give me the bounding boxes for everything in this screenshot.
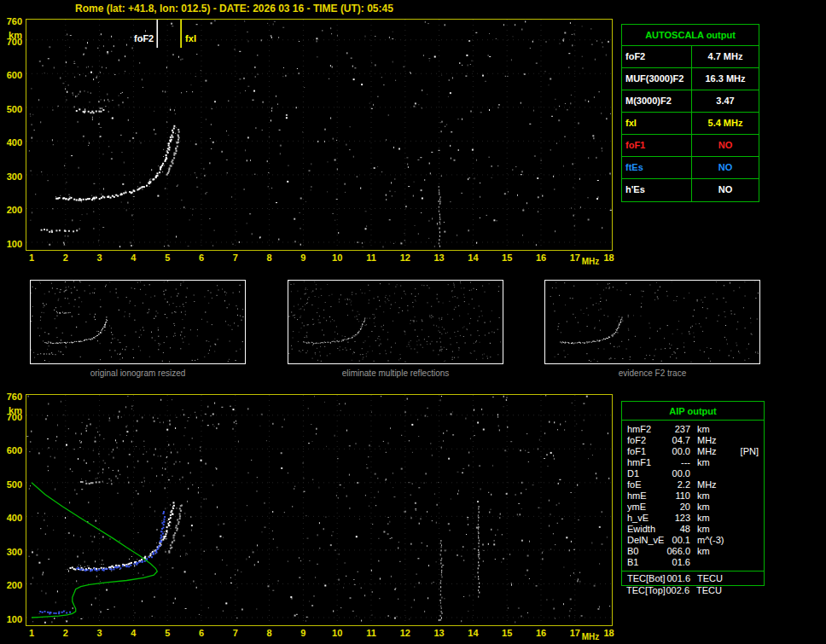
aip-row-fof1: foF100.0MHz[PN]	[622, 446, 764, 457]
autoscala-param-label: ftEs	[622, 157, 692, 178]
autoscala-window: Rome (lat: +41.8, lon: 012.5) - DATE: 20…	[0, 0, 826, 644]
aip-tec-top-section: TEC[Top]002.6TECU	[621, 585, 765, 596]
aip-param-label: TEC[Bot]	[622, 573, 663, 584]
autoscala-row-ftes: ftEsNO	[622, 157, 759, 179]
autoscala-param-label: M(3000)F2	[622, 90, 692, 112]
aip-param-label: hmF2	[622, 424, 663, 435]
aip-param-unit: TECU	[696, 585, 722, 596]
x-tick-label: 9	[294, 252, 312, 263]
aip-table-body: hmF2237kmfoF204.7MHzfoF100.0MHz[PN]hmF1-…	[622, 421, 764, 569]
aip-row-tectop: TEC[Top]002.6TECU	[621, 585, 765, 596]
aip-param-unit: km	[697, 424, 710, 435]
x-tick-label: 2	[56, 628, 75, 638]
x-tick-label: 14	[463, 628, 482, 638]
aip-row-d1: D100.0	[622, 468, 764, 479]
x-tick-label: 4	[124, 252, 143, 263]
aip-param-flag: [PN]	[741, 446, 759, 457]
x-tick-label: 16	[532, 628, 550, 638]
autoscala-param-value: NO	[692, 179, 759, 201]
x-tick-label: 5	[158, 252, 177, 263]
x-tick-label: 3	[90, 252, 109, 263]
aip-param-unit: MHz	[697, 446, 717, 457]
aip-param-value: ---	[663, 457, 690, 468]
y-tick-label: 500	[0, 104, 22, 114]
aip-row-b0: B0066.0km	[622, 546, 764, 557]
x-tick-label: 11	[362, 628, 381, 638]
aip-param-value: 00.0	[663, 446, 690, 457]
aip-param-label: B0	[622, 546, 663, 557]
marker-label-fxI: fxI	[185, 33, 196, 44]
aip-param-label: foE	[622, 479, 663, 490]
aip-param-value: 00.0	[663, 468, 690, 479]
ionogram-aip-plot	[26, 395, 612, 625]
ionogram-chart-autoscala: foF2fxI	[26, 19, 613, 251]
aip-param-unit: km	[697, 490, 710, 502]
autoscala-row-muf3000f2: MUF(3000)F216.3 MHz	[622, 68, 759, 90]
aip-row-b1: B101.6	[622, 557, 764, 568]
aip-param-label: h_vE	[622, 513, 663, 524]
autoscala-table-title: AUTOSCALA output	[622, 25, 759, 46]
aip-row-ewidth: Ewidth48km	[622, 524, 764, 535]
station-date-time-header: Rome (lat: +41.8, lon: 012.5) - DATE: 20…	[75, 3, 393, 15]
x-tick-label: 18	[600, 252, 619, 263]
autoscala-param-value: NO	[692, 135, 759, 156]
autoscala-row-hes: h'EsNO	[622, 179, 759, 201]
x-tick-label: 7	[226, 628, 245, 638]
thumbnail-caption-f2trace: evidence F2 trace	[544, 368, 760, 378]
x-tick-label: 6	[192, 252, 211, 263]
aip-row-delnve: DelN_vE00.1m^(-3)	[622, 535, 764, 546]
x-tick-label: 7	[226, 252, 245, 263]
y-tick-label: 400	[0, 137, 22, 148]
y-tick-label: 300	[0, 171, 22, 182]
aip-param-label: DelN_vE	[622, 535, 663, 546]
aip-param-label: Ewidth	[622, 524, 663, 535]
aip-row-foe: foE2.2MHz	[622, 479, 764, 490]
thumbnail-eliminate-reflections	[288, 280, 503, 364]
x-tick-label: 15	[497, 252, 516, 263]
y-axis-unit-label: km	[0, 30, 22, 40]
aip-param-value: 110	[663, 490, 690, 502]
aip-param-label: hmE	[622, 490, 663, 502]
aip-param-label: B1	[622, 557, 663, 568]
y-tick-label: 100	[0, 614, 22, 624]
aip-param-value: 01.6	[663, 557, 690, 568]
thumbnail-original-ionogram	[30, 280, 246, 364]
y-tick-label: 500	[0, 479, 22, 490]
autoscala-param-value: NO	[692, 157, 759, 178]
y-tick-label: 100	[0, 239, 22, 249]
y-tick-label: 600	[0, 70, 22, 80]
x-tick-label: 3	[90, 628, 109, 638]
aip-param-unit: km	[697, 546, 710, 557]
aip-param-label: hmF1	[622, 457, 663, 468]
aip-param-value: 001.6	[663, 573, 690, 584]
aip-row-hve: h_vE123km	[622, 513, 764, 524]
aip-param-unit: km	[697, 513, 710, 524]
y-tick-label: 200	[0, 205, 22, 215]
ionogram-autoscala-plot	[26, 20, 612, 250]
aip-param-value: 48	[663, 524, 690, 535]
y-tick-label: 600	[0, 445, 22, 455]
aip-param-label: foF2	[622, 435, 663, 446]
autoscala-param-label: foF1	[622, 135, 692, 156]
x-tick-label: 10	[328, 252, 346, 263]
electron-density-profile	[32, 483, 157, 618]
aip-param-value: 066.0	[663, 546, 690, 557]
thumbnail-plot	[288, 281, 503, 363]
x-tick-label: 15	[497, 628, 516, 638]
aip-param-unit: km	[697, 524, 710, 535]
aip-param-unit: km	[697, 502, 710, 513]
x-axis-unit-label: MHz	[582, 632, 600, 641]
autoscala-row-fof1: foF1NO	[622, 135, 759, 157]
autoscala-param-label: foF2	[622, 46, 692, 67]
autoscala-param-value: 4.7 MHz	[692, 46, 759, 67]
aip-param-value: 00.1	[663, 535, 690, 546]
aip-param-value: 20	[663, 502, 690, 513]
aip-row-yme: ymE20km	[622, 502, 764, 513]
x-tick-label: 12	[396, 252, 415, 263]
autoscala-table-body: foF24.7 MHzMUF(3000)F216.3 MHzM(3000)F23…	[622, 46, 759, 201]
x-tick-label: 8	[260, 252, 279, 263]
x-axis-unit-label: MHz	[582, 257, 600, 266]
autoscala-param-label: fxI	[622, 113, 692, 134]
aip-param-label: foF1	[622, 446, 663, 457]
y-tick-label: 200	[0, 580, 22, 590]
